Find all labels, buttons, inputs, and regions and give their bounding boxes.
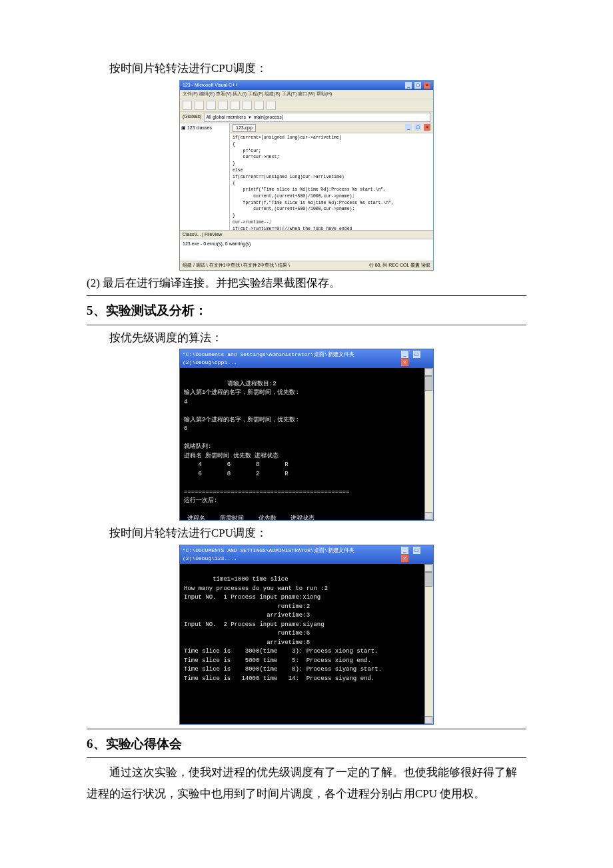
toolbar-btn[interactable] bbox=[219, 101, 228, 110]
class-view-pane[interactable]: ▣ 123 classes bbox=[180, 123, 230, 230]
fileview-tab[interactable]: FileView bbox=[205, 232, 222, 237]
ide-menubar[interactable]: 文件(F) 编辑(E) 查看(V) 插入(I) 工程(P) 组建(B) 工具(T… bbox=[180, 90, 433, 99]
close-icon[interactable]: × bbox=[401, 555, 408, 562]
ide-toolbar[interactable] bbox=[180, 99, 433, 112]
ide-screenshot: 123 - Microsoft Visual C++ _ □ × 文件(F) 编… bbox=[179, 80, 434, 271]
caption-rr: 按时间片轮转法进行CPU调度： bbox=[109, 525, 526, 542]
scroll-up-icon[interactable]: ▴ bbox=[424, 564, 432, 572]
close-icon[interactable]: × bbox=[401, 359, 408, 366]
minimize-icon[interactable]: _ bbox=[405, 124, 412, 131]
scroll-up-icon[interactable]: ▴ bbox=[424, 368, 432, 376]
window-buttons: _ □ × bbox=[400, 547, 430, 563]
close-icon[interactable]: × bbox=[424, 124, 430, 131]
tree-root-label: 123 classes bbox=[187, 125, 212, 130]
scroll-down-icon[interactable]: ▾ bbox=[424, 512, 432, 520]
workspace-tabs[interactable]: ClassV... | FileView bbox=[180, 230, 433, 239]
section-5-title: 5、实验测试及分析： bbox=[87, 301, 526, 321]
maximize-icon[interactable]: □ bbox=[413, 547, 420, 554]
classview-tab[interactable]: ClassV... bbox=[183, 232, 201, 237]
minimize-icon[interactable]: _ bbox=[401, 547, 408, 554]
minimize-icon[interactable]: _ bbox=[405, 82, 412, 89]
members-dropdown[interactable] bbox=[204, 113, 430, 122]
close-icon[interactable]: × bbox=[424, 82, 430, 89]
console-text: time1=1000 time slice How many processes… bbox=[184, 576, 382, 682]
toolbar-btn[interactable] bbox=[267, 101, 276, 110]
caption-line: 按时间片轮转法进行CPU调度： bbox=[109, 60, 526, 77]
caption-line-2: (2) 最后在进行编译连接。并把实验结果截图保存。 bbox=[87, 275, 526, 292]
code-editor[interactable]: if(current>(unsigned long)cur->arrivetim… bbox=[230, 133, 433, 230]
ide-address-bar: (Globals) bbox=[180, 112, 433, 123]
tree-root[interactable]: ▣ 123 classes bbox=[181, 125, 228, 132]
scroll-thumb[interactable] bbox=[424, 376, 432, 391]
maximize-icon[interactable]: □ bbox=[414, 124, 421, 131]
console-titlebar: "C:\DOCUMENTS AND SETTINGS\ADMINISTRATOR… bbox=[180, 545, 433, 564]
caption-priority: 按优先级调度的算法： bbox=[109, 329, 526, 347]
build-output: 123.exe - 0 error(s), 0 warning(s) bbox=[180, 239, 433, 261]
toolbar-btn[interactable] bbox=[207, 101, 216, 110]
scroll-down-icon[interactable]: ▾ bbox=[424, 716, 432, 724]
console-output: time1=1000 time slice How many processes… bbox=[180, 564, 433, 724]
scrollbar[interactable]: ▴ ▾ bbox=[424, 564, 433, 724]
conclusion-paragraph: 通过这次实验，使我对进程的优先级调度有了一定的了解。也使我能够很好得了解进程的运… bbox=[87, 762, 526, 805]
console-title-text: "C:\DOCUMENTS AND SETTINGS\ADMINISTRATOR… bbox=[183, 547, 400, 563]
console-title-text: "C:\Documents and Settings\Administrator… bbox=[183, 351, 400, 367]
section-6-title: 6、实验心得体会 bbox=[87, 735, 526, 754]
window-buttons: _ □ × bbox=[400, 351, 430, 367]
status-bar: 组建 / 调试 \ 在文件1中查找 \ 在文件2中查找 \ 结果 \ 行 80,… bbox=[180, 261, 433, 270]
maximize-icon[interactable]: □ bbox=[413, 351, 420, 358]
editor-window-buttons: _ □ × bbox=[404, 124, 430, 133]
maximize-icon[interactable]: □ bbox=[414, 82, 421, 89]
status-left: 组建 / 调试 \ 在文件1中查找 \ 在文件2中查找 \ 结果 \ bbox=[183, 262, 290, 269]
status-right: 行 80, 列 REC COL 覆盖 读取 bbox=[369, 262, 430, 269]
scrollbar[interactable]: ▴ ▾ bbox=[424, 368, 433, 520]
minimize-icon[interactable]: _ bbox=[401, 351, 408, 358]
toolbar-btn[interactable] bbox=[183, 101, 192, 110]
console-output: 请输入进程数目:2 输入第1个进程的名字，所需时间，优先数: 4 输入第2个进程… bbox=[180, 368, 433, 520]
toolbar-btn[interactable] bbox=[243, 101, 252, 110]
console-titlebar: "C:\Documents and Settings\Administrator… bbox=[180, 349, 433, 368]
console-rr-screenshot: "C:\DOCUMENTS AND SETTINGS\ADMINISTRATOR… bbox=[179, 545, 434, 725]
divider bbox=[87, 325, 526, 325]
window-buttons: _ □ × bbox=[404, 82, 430, 89]
toolbar-btn[interactable] bbox=[195, 101, 204, 110]
toolbar-btn[interactable] bbox=[231, 101, 240, 110]
ide-titlebar: 123 - Microsoft Visual C++ _ □ × bbox=[180, 81, 433, 91]
toolbar-btn[interactable] bbox=[255, 101, 264, 110]
console-text: 请输入进程数目:2 输入第1个进程的名字，所需时间，优先数: 4 输入第2个进程… bbox=[184, 381, 349, 521]
scope-label: (Globals) bbox=[183, 113, 201, 121]
scroll-thumb[interactable] bbox=[424, 572, 432, 587]
editor-tab[interactable]: 123.cpp bbox=[233, 124, 256, 133]
console-priority-screenshot: "C:\Documents and Settings\Administrator… bbox=[179, 349, 434, 521]
ide-title-text: 123 - Microsoft Visual C++ bbox=[183, 82, 237, 89]
divider bbox=[87, 757, 526, 758]
